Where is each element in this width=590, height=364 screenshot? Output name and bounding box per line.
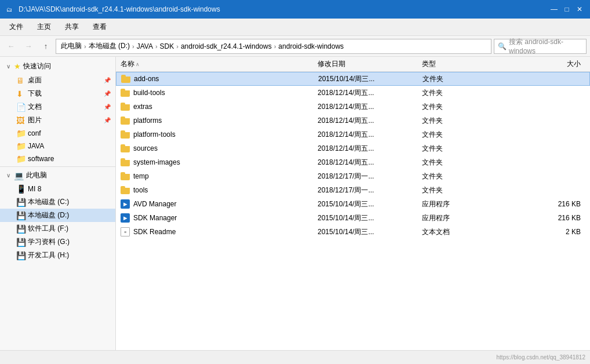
sidebar-item-conf[interactable]: 📁 conf: [0, 127, 115, 140]
sidebar-item-documents[interactable]: 📄 文档 📌: [0, 100, 115, 114]
file-date: 2018/12/14/周五...: [318, 102, 422, 112]
col-header-name[interactable]: 名称 ∧: [121, 59, 318, 69]
file-name: ▶ SDK Manager: [121, 213, 318, 223]
this-pc-header[interactable]: ∨ 💻 此电脑: [0, 168, 115, 183]
pin-icon-desktop: 📌: [104, 77, 111, 83]
col-header-type[interactable]: 类型: [422, 59, 491, 69]
column-headers: 名称 ∧ 修改日期 类型 大小: [116, 57, 590, 72]
quick-access-expand-icon: ∨: [5, 63, 12, 70]
file-row[interactable]: tools 2018/12/17/周一... 文件夹: [116, 183, 590, 197]
file-name-text: platforms: [133, 117, 162, 125]
sidebar-item-desktop[interactable]: 🖥 桌面 📌: [0, 74, 115, 87]
sidebar-item-pictures[interactable]: 🖼 图片 📌: [0, 114, 115, 127]
sidebar-item-software-label: software: [28, 155, 111, 163]
sidebar-item-c-drive[interactable]: 💾 本地磁盘 (C:): [0, 195, 115, 209]
title-bar-controls: — □ ✕: [548, 3, 585, 15]
app-icon: ▶: [121, 213, 130, 223]
file-name-text: extras: [133, 103, 152, 111]
sidebar-item-d-drive[interactable]: 💾 本地磁盘 (D:): [0, 209, 115, 222]
back-button[interactable]: ←: [3, 39, 19, 54]
main-content: ∨ ★ 快速访问 🖥 桌面 📌 ⬇ 下载 📌 📄 文档 📌 🖼 图片 📌 📁 c…: [0, 57, 590, 350]
sidebar: ∨ ★ 快速访问 🖥 桌面 📌 ⬇ 下载 📌 📄 文档 📌 🖼 图片 📌 📁 c…: [0, 57, 116, 350]
pin-icon-documents: 📌: [104, 104, 111, 110]
h-drive-icon: 💾: [16, 251, 26, 260]
file-name: extras: [121, 103, 318, 111]
file-name-text: add-ons: [134, 75, 159, 83]
sidebar-item-g-drive-label: 学习资料 (G:): [28, 237, 111, 247]
file-row[interactable]: build-tools 2018/12/14/周五... 文件夹: [116, 86, 590, 100]
maximize-button[interactable]: □: [561, 3, 573, 15]
up-button[interactable]: ↑: [38, 39, 53, 54]
minimize-button[interactable]: —: [548, 3, 560, 15]
sidebar-item-h-drive[interactable]: 💾 开发工具 (H:): [0, 249, 115, 262]
address-path[interactable]: 此电脑 › 本地磁盘 (D:) › JAVA › SDK › android-s…: [56, 39, 491, 54]
search-box[interactable]: 🔍 搜索 android-sdk-windows: [494, 39, 587, 54]
sidebar-item-conf-label: conf: [28, 129, 111, 137]
file-date: 2018/12/14/周五...: [318, 116, 422, 126]
title-bar-text: D:\JAVA\SDK\android-sdk_r24.4.1-windows\…: [19, 5, 544, 13]
search-placeholder: 搜索 android-sdk-windows: [509, 37, 582, 55]
sidebar-item-f-drive[interactable]: 💾 软件工具 (F:): [0, 222, 115, 235]
col-header-size[interactable]: 大小: [491, 59, 590, 69]
sidebar-divider: [0, 166, 115, 167]
file-type: 应用程序: [422, 199, 491, 209]
c-drive-icon: 💾: [16, 198, 26, 207]
sidebar-item-downloads[interactable]: ⬇ 下载 📌: [0, 87, 115, 100]
sidebar-item-java[interactable]: 📁 JAVA: [0, 140, 115, 152]
file-row[interactable]: extras 2018/12/14/周五... 文件夹: [116, 100, 590, 114]
file-row[interactable]: ▶ SDK Manager 2015/10/14/周三... 应用程序 216 …: [116, 211, 590, 225]
java-folder-icon: 📁: [16, 141, 26, 151]
sidebar-item-d-drive-label: 本地磁盘 (D:): [28, 210, 111, 220]
file-type: 应用程序: [422, 213, 491, 223]
this-pc-expand-icon: ∨: [5, 172, 12, 179]
sidebar-item-pictures-label: 图片: [28, 115, 101, 125]
app-icon: ▶: [121, 199, 130, 209]
breadcrumb-d-drive[interactable]: 本地磁盘 (D:): [89, 41, 130, 51]
file-name-text: build-tools: [133, 89, 165, 97]
file-type: 文件夹: [422, 172, 491, 181]
file-row[interactable]: temp 2018/12/17/周一... 文件夹: [116, 169, 590, 183]
breadcrumb-java[interactable]: JAVA: [137, 42, 153, 50]
sidebar-item-h-drive-label: 开发工具 (H:): [28, 250, 111, 260]
file-area: 名称 ∧ 修改日期 类型 大小 add-ons 2015/10/14/周三...…: [116, 57, 590, 350]
menu-item-文件[interactable]: 文件: [2, 20, 30, 34]
file-date: 2018/12/17/周一...: [318, 172, 422, 181]
file-name-text: system-images: [133, 158, 180, 166]
col-header-date[interactable]: 修改日期: [318, 59, 422, 69]
f-drive-icon: 💾: [16, 224, 26, 234]
folder-icon: [121, 130, 130, 139]
folder-icon: [121, 75, 130, 83]
file-row[interactable]: ≡ SDK Readme 2015/10/14/周三... 文本文档 2 KB: [116, 225, 590, 239]
menu-item-主页[interactable]: 主页: [30, 20, 58, 34]
folder-icon: [121, 186, 130, 194]
quick-access-label: 快速访问: [23, 61, 51, 71]
downloads-icon: ⬇: [16, 89, 26, 99]
forward-button[interactable]: →: [21, 39, 36, 54]
documents-icon: 📄: [16, 103, 26, 112]
file-row[interactable]: platforms 2018/12/14/周五... 文件夹: [116, 114, 590, 128]
status-bar: https://blog.csdn.net/qq_38941812: [0, 350, 590, 364]
file-row[interactable]: sources 2018/12/14/周五... 文件夹: [116, 141, 590, 155]
file-type: 文件夹: [422, 116, 491, 126]
search-icon: 🔍: [498, 42, 507, 50]
sidebar-item-mi8[interactable]: 📱 MI 8: [0, 183, 115, 195]
breadcrumb-sdk[interactable]: SDK: [160, 42, 174, 50]
file-row[interactable]: system-images 2018/12/14/周五... 文件夹: [116, 155, 590, 169]
file-type: 文件夹: [422, 130, 491, 140]
sidebar-item-software[interactable]: 📁 software: [0, 152, 115, 165]
sidebar-item-desktop-label: 桌面: [28, 75, 101, 85]
sidebar-item-g-drive[interactable]: 💾 学习资料 (G:): [0, 235, 115, 249]
file-name: temp: [121, 172, 318, 180]
breadcrumb-this-pc[interactable]: 此电脑: [61, 41, 82, 51]
file-row[interactable]: platform-tools 2018/12/14/周五... 文件夹: [116, 128, 590, 141]
file-row[interactable]: ▶ AVD Manager 2015/10/14/周三... 应用程序 216 …: [116, 197, 590, 211]
sidebar-item-f-drive-label: 软件工具 (F:): [28, 224, 111, 234]
sidebar-item-java-label: JAVA: [28, 142, 111, 150]
file-row[interactable]: add-ons 2015/10/14/周三... 文件夹: [116, 72, 590, 86]
close-button[interactable]: ✕: [574, 3, 585, 15]
sidebar-item-c-drive-label: 本地磁盘 (C:): [28, 197, 111, 207]
menu-item-共享[interactable]: 共享: [58, 20, 86, 34]
breadcrumb-sdk-version[interactable]: android-sdk_r24.4.1-windows: [181, 42, 272, 50]
menu-item-查看[interactable]: 查看: [86, 20, 114, 34]
quick-access-header[interactable]: ∨ ★ 快速访问: [0, 59, 115, 74]
